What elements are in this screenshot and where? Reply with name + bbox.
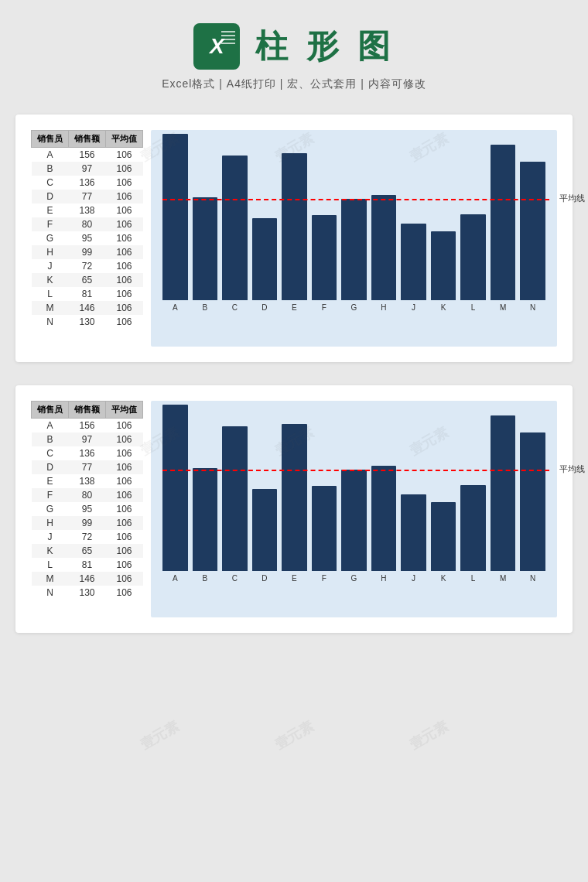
bar-x-label: A [173, 574, 178, 583]
table-cell: 80 [69, 488, 106, 502]
chart-card-2: 销售员 销售额 平均值 A156106B97106C136106D77106E1… [15, 385, 573, 633]
page-title: 柱 形 图 [255, 25, 394, 68]
table-cell: G [32, 502, 69, 516]
bar [491, 145, 516, 300]
bar [520, 432, 545, 571]
bar [282, 153, 307, 300]
table-cell: 136 [69, 176, 106, 190]
table-cell: B [32, 162, 69, 176]
table-cell: 106 [106, 203, 143, 217]
table-cell: 106 [106, 273, 143, 287]
bar [193, 468, 218, 571]
excel-grid [221, 31, 235, 44]
table-cell: 81 [69, 558, 106, 572]
bar-x-label: K [441, 303, 446, 312]
bar [401, 224, 426, 300]
chart-area-2: ABCDEFGHJKLMN 平均线：106 [151, 401, 557, 617]
bar-wrapper: G [341, 470, 367, 583]
table-cell: 106 [106, 287, 143, 301]
bar [252, 218, 278, 300]
bar-wrapper: C [222, 156, 248, 312]
bar [222, 426, 248, 571]
table-cell: 146 [69, 301, 106, 315]
bar-wrapper: E [282, 153, 307, 312]
bar-wrapper: M [491, 145, 516, 312]
table-cell: 106 [106, 217, 143, 231]
table-cell: H [32, 245, 69, 259]
bar [312, 486, 337, 571]
table-cell: 106 [106, 190, 143, 203]
bar-wrapper: C [222, 426, 248, 583]
table-cell: E [32, 203, 69, 217]
bar-x-label: B [202, 574, 207, 583]
bar [460, 214, 486, 300]
bar [431, 502, 456, 571]
avg-label-1: 平均线：106 [559, 193, 588, 204]
bar-x-label: J [412, 574, 415, 583]
table-cell: 65 [69, 273, 106, 287]
table-cell: 106 [106, 259, 143, 273]
bar-wrapper: L [460, 485, 486, 583]
bar [162, 405, 188, 571]
table-cell: D [32, 460, 69, 474]
bar-x-label: H [381, 574, 386, 583]
bar-x-label: M [500, 303, 506, 312]
bar-x-label: C [232, 574, 238, 583]
table-cell: 106 [106, 474, 143, 488]
table-cell: 95 [69, 502, 106, 516]
table-cell: 77 [69, 190, 106, 203]
bar-x-label: E [292, 303, 297, 312]
bar [282, 424, 307, 571]
table-cell: 106 [106, 544, 143, 558]
table-cell: M [32, 572, 69, 586]
table-cell: K [32, 544, 69, 558]
table-cell: F [32, 488, 69, 502]
table-cell: 106 [106, 460, 143, 474]
avg-label-2: 平均线：106 [559, 463, 588, 475]
bar-x-label: L [471, 303, 476, 312]
table-cell: 97 [69, 432, 106, 446]
bar-x-label: A [173, 303, 178, 312]
table-cell: 72 [69, 259, 106, 273]
bar-x-label: B [202, 303, 207, 312]
bar-x-label: J [412, 303, 415, 312]
table-cell: 138 [69, 203, 106, 217]
table-cell: 65 [69, 544, 106, 558]
col-header-salesperson: 销售员 [32, 131, 69, 148]
col-header-sales-2: 销售额 [69, 402, 106, 419]
table-cell: 106 [106, 176, 143, 190]
bar-wrapper: L [460, 214, 486, 312]
table-cell: 106 [106, 446, 143, 460]
table-cell: K [32, 273, 69, 287]
table-cell: A [32, 148, 69, 162]
table-cell: 106 [106, 315, 143, 329]
table-cell: 81 [69, 287, 106, 301]
table-cell: B [32, 432, 69, 446]
bar [520, 162, 545, 300]
chart-area-1: ABCDEFGHJKLMN 平均线：106 [151, 130, 557, 347]
table-cell: 106 [106, 502, 143, 516]
bar-x-label: M [500, 574, 506, 583]
bar-wrapper: J [401, 224, 426, 312]
page-header: X 柱 形 图 [193, 23, 394, 70]
bar-wrapper: N [520, 432, 545, 583]
table-cell: 106 [106, 419, 143, 433]
table-cell: 97 [69, 162, 106, 176]
table-cell: 156 [69, 419, 106, 433]
table-cell: 138 [69, 474, 106, 488]
table-cell: 106 [106, 586, 143, 600]
bar [222, 156, 248, 300]
table-cell: A [32, 419, 69, 433]
bars-container-2: ABCDEFGHJKLMN [159, 412, 549, 583]
bar-x-label: G [351, 303, 357, 312]
bar-wrapper: D [252, 218, 278, 312]
bar [401, 494, 426, 571]
table-cell: 106 [106, 432, 143, 446]
bar [162, 134, 188, 300]
table-cell: L [32, 558, 69, 572]
bars-container-1: ABCDEFGHJKLMN [159, 142, 549, 312]
table-cell: D [32, 190, 69, 203]
table-cell: E [32, 474, 69, 488]
chart-card-1: 销售员 销售额 平均值 A156106B97106C136106D77106E1… [15, 115, 573, 362]
bar-x-label: G [351, 574, 357, 583]
